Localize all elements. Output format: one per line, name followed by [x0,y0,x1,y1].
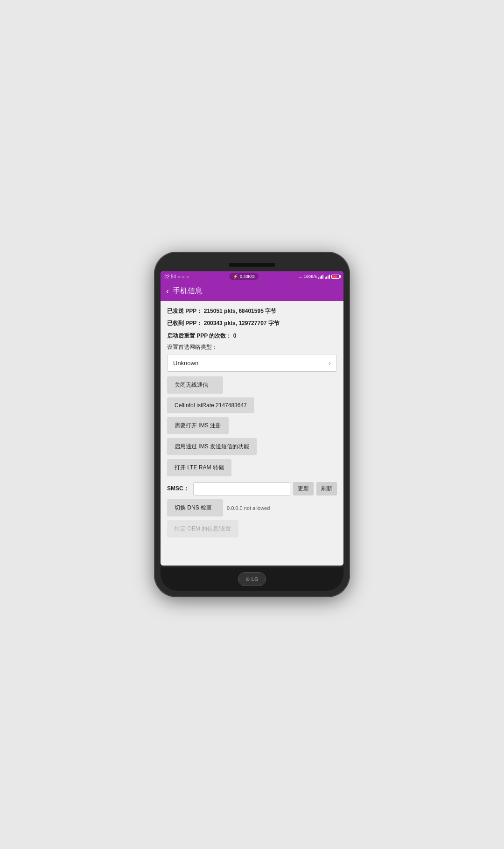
smsc-row: SMSC： 更新 刷新 [167,482,337,495]
ppp-received-value: 200343 pkts, 129727707 字节 [204,320,280,326]
network-type-label: 设置首选网络类型： [167,343,337,351]
lg-logo: ⊙ LG [238,572,266,586]
network-type-dropdown[interactable]: Unknown › [167,354,337,372]
cell-info-row: CellInfoListRate 2147483647 [167,397,337,413]
title-bar: ‹ 手机信息 [161,282,343,301]
ppp-received-row: 已收到 PPP： 200343 pkts, 129727707 字节 [167,318,337,328]
dns-row: 切换 DNS 检查 0.0.0.0 not allowed [167,499,337,516]
phone-top [161,258,343,271]
ims-register-row: 需要打开 IMS 注册 [167,417,337,434]
close-wireless-row: 关闭无线通信 [167,376,337,394]
ppp-reset-value: 0 [233,333,237,339]
smsc-refresh-button[interactable]: 刷新 [316,482,337,495]
status-left: 22:54 ○ ○ ○ [164,274,189,279]
status-time: 22:54 [164,274,176,279]
dns-check-button[interactable]: 切换 DNS 检查 [167,499,223,516]
lte-ram-row: 打开 LTE RAM 转储 [167,459,337,476]
dns-status-text: 0.0.0.0 not allowed [227,505,270,511]
dots-icon: ... [299,274,302,279]
ims-register-button[interactable]: 需要打开 IMS 注册 [167,417,229,434]
cell-info-button[interactable]: CellInfoListRate 2147483647 [167,397,254,413]
page-title: 手机信息 [173,286,203,296]
lte-ram-button[interactable]: 打开 LTE RAM 转储 [167,459,231,476]
content-area: 已发送 PPP： 215051 pkts, 68401595 字节 已收到 PP… [161,301,343,566]
network-type-value: Unknown [173,360,198,367]
status-icons: ○ ○ ○ [178,274,189,279]
speaker-grill [229,263,275,267]
chevron-right-icon: › [329,359,331,367]
ppp-received-label: 已收到 PPP： [167,320,202,326]
battery-icon [331,275,340,279]
lightning-icon: ⚡ [233,274,238,279]
ppp-sent-label: 已发送 PPP： [167,308,202,314]
speed-right: 160B/s [304,274,317,279]
signal-bars2-icon [325,274,330,279]
ppp-reset-label: 启动后重置 PPP 的次数： [167,333,231,339]
ims-sms-button[interactable]: 启用通过 IMS 发送短信的功能 [167,438,257,455]
smsc-label: SMSC： [167,485,190,493]
phone-bottom: ⊙ LG [161,567,343,591]
ppp-sent-row: 已发送 PPP： 215051 pkts, 68401595 字节 [167,306,337,316]
network-speed: 0.33K/S [240,274,255,279]
smsc-input[interactable] [193,482,290,495]
status-speed-center: ⚡ 0.33K/S [229,273,259,280]
ppp-sent-value: 215051 pkts, 68401595 字节 [204,308,276,314]
ims-sms-row: 启用通过 IMS 发送短信的功能 [167,438,337,455]
close-wireless-button[interactable]: 关闭无线通信 [167,376,223,394]
oem-button[interactable]: 特定 OEM 的信息/设置 [167,520,238,538]
phone-device: 22:54 ○ ○ ○ ⚡ 0.33K/S ... 160B/s [154,252,350,597]
phone-screen: 22:54 ○ ○ ○ ⚡ 0.33K/S ... 160B/s [161,271,343,566]
lg-logo-text: ⊙ LG [245,576,258,582]
status-right: ... 160B/s [299,274,340,279]
ppp-reset-row: 启动后重置 PPP 的次数： 0 [167,331,337,340]
smsc-update-button[interactable]: 更新 [293,482,314,495]
back-button[interactable]: ‹ [166,286,169,296]
oem-row: 特定 OEM 的信息/设置 [167,520,337,538]
signal-bars-icon [318,274,323,279]
status-bar: 22:54 ○ ○ ○ ⚡ 0.33K/S ... 160B/s [161,271,343,282]
